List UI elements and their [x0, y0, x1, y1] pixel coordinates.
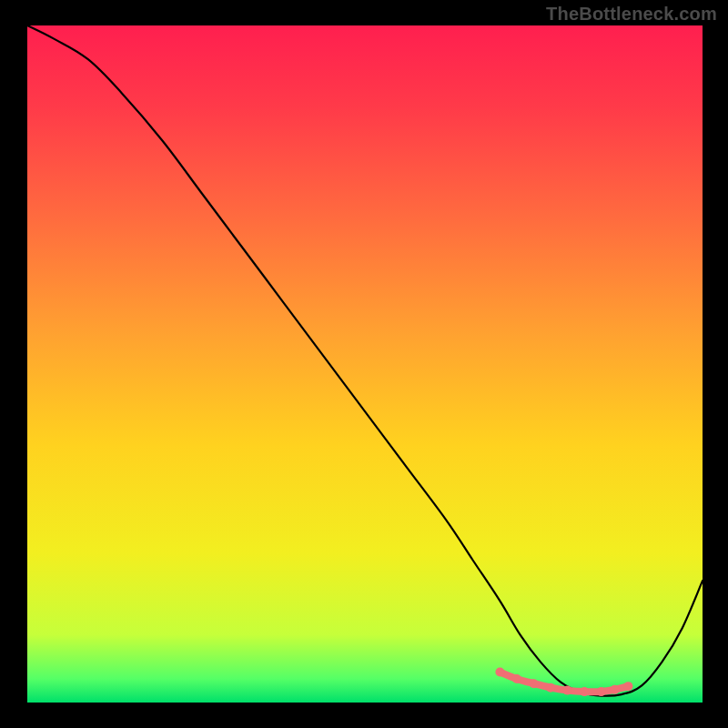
highlight-dot: [512, 674, 521, 683]
chart-stage: TheBottleneck.com: [0, 0, 728, 728]
plot-area: [27, 25, 703, 703]
chart-svg: [0, 0, 728, 728]
highlight-dot: [580, 687, 589, 696]
highlight-dot: [530, 679, 539, 688]
watermark-text: TheBottleneck.com: [546, 4, 717, 25]
highlight-dot: [623, 682, 632, 691]
highlight-dot: [611, 685, 620, 694]
highlight-dot: [563, 686, 572, 695]
highlight-dot: [546, 683, 555, 693]
highlight-dot: [597, 687, 606, 696]
highlight-dot: [495, 668, 504, 677]
